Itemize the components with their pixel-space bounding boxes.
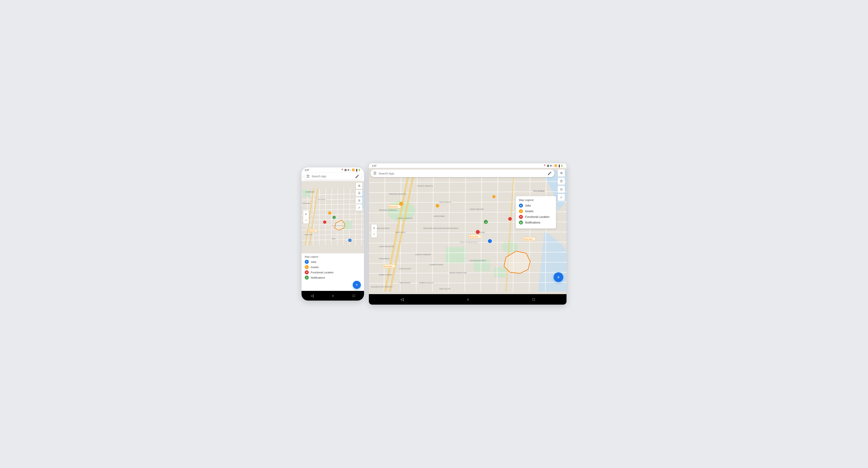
svg-text:🔍: 🔍 xyxy=(349,239,352,242)
wifi-icon: 📶 xyxy=(352,169,355,171)
svg-text:Busy area: Busy area xyxy=(390,206,398,208)
tablet-hamburger-icon[interactable]: ☰ xyxy=(373,171,376,176)
tablet-functional-dot xyxy=(519,215,523,219)
phone-list-btn[interactable]: ☰ xyxy=(356,190,363,196)
functional-dot xyxy=(305,270,309,274)
phone-legend-panel: Map Legend Jobs ⚙ Assets Functional Loca… xyxy=(302,253,364,291)
phone-settings-btn[interactable]: ⚙ xyxy=(356,183,363,189)
hamburger-icon[interactable]: ☰ xyxy=(306,174,310,179)
location-icon: 📍 xyxy=(341,169,344,171)
svg-text:Ferry Building: Ferry Building xyxy=(533,190,545,192)
tablet-legend-assets: ⚙ Assets xyxy=(519,209,553,213)
jobs-dot xyxy=(305,260,309,264)
phone-location-btn[interactable]: ◎ xyxy=(356,197,363,204)
svg-text:Busy area: Busy area xyxy=(524,238,532,240)
tablet-settings-btn[interactable]: ⚙ xyxy=(558,169,565,177)
tablet-zoom-in[interactable]: + xyxy=(371,225,377,231)
svg-rect-50 xyxy=(445,247,466,263)
phone-back-btn[interactable]: ◁ xyxy=(311,293,314,298)
svg-text:ANZA VISTA: ANZA VISTA xyxy=(395,231,405,233)
phone-zoom-out[interactable]: − xyxy=(303,217,309,223)
tablet-back-btn[interactable]: ◁ xyxy=(401,297,404,302)
tablet-search-input[interactable] xyxy=(378,171,546,175)
tablet-zoom-strip: + − xyxy=(371,224,377,238)
notifications-dot xyxy=(305,276,309,280)
phone-home-btn[interactable]: ○ xyxy=(332,294,334,298)
tablet-search-bar[interactable]: ☰ 🎤 xyxy=(370,169,554,177)
tablet-legend-card: Map Legend Jobs ⚙ Assets xyxy=(516,196,556,228)
assets-label: Assets xyxy=(311,266,319,269)
functional-label: Functional Location xyxy=(311,271,334,274)
phone-legend-notifications: Notifications xyxy=(305,276,361,280)
signal-icon: ▐ xyxy=(355,169,357,171)
svg-point-123 xyxy=(521,205,522,206)
tablet-list-btn[interactable]: ☰ xyxy=(558,178,565,185)
svg-text:▲: ▲ xyxy=(485,221,487,223)
svg-point-39 xyxy=(306,261,307,262)
phone-zoom-in[interactable]: + xyxy=(303,211,309,217)
svg-text:Mission Dolores Park: Mission Dolores Park xyxy=(450,272,467,274)
phone-search-bar[interactable]: ☰ 🎤 xyxy=(304,173,362,180)
svg-text:TWIN PEAKS: TWIN PEAKS xyxy=(399,282,410,284)
t-location-icon: 📍 xyxy=(543,164,546,167)
tablet-status-bar: 2:27 📍 🖼 ⊞ ↑ 📶 ▐ 🔋 xyxy=(369,163,566,168)
tablet-notifications-label: Notifications xyxy=(525,221,540,224)
phone-nav-bar: ◁ ○ □ xyxy=(302,291,364,301)
svg-text:HAIGHT-ASHBURY: HAIGHT-ASHBURY xyxy=(415,254,431,256)
svg-text:CHINATOWN: CHINATOWN xyxy=(306,191,314,193)
tablet-legend-notifications: Notifications xyxy=(519,220,553,224)
svg-text:POLK GULCH: POLK GULCH xyxy=(439,201,451,203)
notifications-label: Notifications xyxy=(311,276,325,279)
tablet-jobs-label: Jobs xyxy=(525,204,531,207)
tablet-recents-btn[interactable]: □ xyxy=(532,297,535,302)
tablet-mic-icon[interactable]: 🎤 xyxy=(548,171,552,175)
tablet-map: COW HOLLOW CHINATOWN PRESIDIO HEIGHTS PA… xyxy=(369,168,566,294)
svg-text:INNER SUNSET: INNER SUNSET xyxy=(379,274,393,276)
svg-text:POLK GULCH: POLK GULCH xyxy=(318,199,326,200)
phone-fab[interactable]: + xyxy=(353,281,361,289)
mic-icon[interactable]: 🎤 xyxy=(355,175,359,178)
tablet-legend-jobs: Jobs xyxy=(519,204,553,208)
tablet-location-btn[interactable]: ◎ xyxy=(558,186,565,193)
svg-text:LAUREL HEIGHTS: LAUREL HEIGHTS xyxy=(397,217,413,219)
svg-point-33 xyxy=(323,220,326,224)
jobs-label: Jobs xyxy=(311,260,316,263)
svg-text:NOE VALLEY: NOE VALLEY xyxy=(439,288,451,290)
phone-expand-btn[interactable]: ⤢ xyxy=(356,204,363,211)
phone-map-buttons: ⚙ ☰ ◎ ⤢ xyxy=(356,183,363,211)
phone-search-input[interactable] xyxy=(312,175,353,178)
svg-rect-128 xyxy=(521,216,521,217)
tablet-expand-btn[interactable]: ⤢ xyxy=(558,194,565,201)
tablet-map-buttons: ⚙ ☰ ◎ ⤢ xyxy=(558,169,565,201)
phone-device: 2:27 📍 🖼 ⊞ ↑ 📶 ▐ 🔋 ☰ 🎤 xyxy=(302,167,364,301)
t-grid-icon: ⊞ xyxy=(550,164,552,167)
phone-map-svg: CHINATOWN JAPANTOWN POLK GULCH San Franc… xyxy=(302,181,364,253)
svg-text:COLE VALLEY: COLE VALLEY xyxy=(399,268,411,270)
tablet-legend-title: Map Legend xyxy=(519,198,553,201)
tablet-fab[interactable]: + xyxy=(554,272,563,282)
tablet-time: 2:27 xyxy=(372,165,376,167)
tablet-legend-functional: Functional Location xyxy=(519,215,553,219)
tablet-status-icons: 📍 🖼 ⊞ ↑ 📶 ▐ 🔋 xyxy=(543,164,563,167)
phone-legend-assets: ⚙ Assets xyxy=(305,265,361,269)
svg-text:▲: ▲ xyxy=(334,217,335,219)
svg-text:San Francisco: San Francisco xyxy=(460,241,478,244)
svg-point-32 xyxy=(328,211,331,215)
photo-icon: 🖼 xyxy=(344,169,347,171)
svg-text:JAPANTOWN: JAPANTOWN xyxy=(303,203,310,204)
tablet-functional-label: Functional Location xyxy=(525,215,549,218)
tablet-home-btn[interactable]: ○ xyxy=(467,297,469,302)
t-signal-icon: ▐ xyxy=(558,165,560,167)
tablet-zoom-out[interactable]: − xyxy=(371,231,377,237)
svg-point-114 xyxy=(476,230,480,234)
phone-legend-functional: Functional Location xyxy=(305,270,361,274)
tablet-device: 2:27 📍 🖼 ⊞ ↑ 📶 ▐ 🔋 ☰ 🎤 xyxy=(369,163,566,305)
svg-point-112 xyxy=(488,239,492,243)
t-wifi-icon: 📶 xyxy=(554,164,557,167)
svg-text:UNION SQUARE: UNION SQUARE xyxy=(470,208,484,210)
svg-text:PRESIDIO TERRACE: PRESIDIO TERRACE xyxy=(379,209,397,211)
phone-recents-btn[interactable]: □ xyxy=(352,294,355,298)
svg-rect-52 xyxy=(494,267,506,277)
svg-point-119 xyxy=(508,217,512,221)
phone-status-bar: 2:27 📍 🖼 ⊞ ↑ 📶 ▐ 🔋 xyxy=(302,167,364,172)
